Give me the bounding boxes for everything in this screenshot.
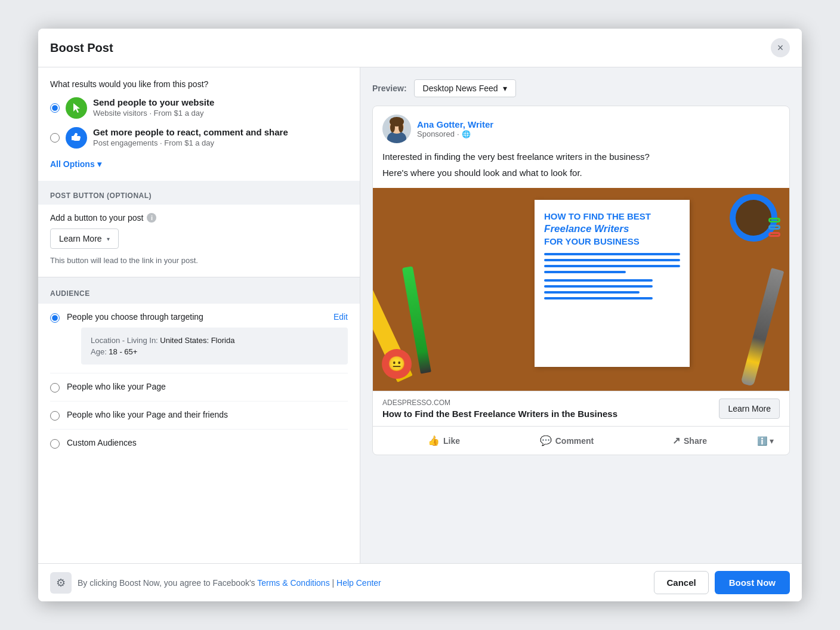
footer-text: By clicking Boost Now, you agree to Face… (78, 578, 381, 588)
post-header: Ana Gotter, Writer Sponsored · 🌐 (373, 106, 789, 148)
paper-line-7 (544, 291, 640, 294)
post-image-content: HOW TO FIND THE BEST Freelance Writers F… (373, 188, 789, 391)
help-center-link[interactable]: Help Center (336, 578, 381, 588)
targeting-header: People you choose through targeting Edit (67, 312, 348, 322)
post-link-bar: ADESPRESSO.COM How to Find the Best Free… (373, 391, 789, 426)
audience-option-targeting[interactable]: People you choose through targeting Edit… (50, 304, 348, 373)
link-info: ADESPRESSO.COM How to Find the Best Free… (382, 399, 617, 419)
clip-1 (768, 218, 780, 223)
option-engage-text: Get more people to react, comment and sh… (93, 127, 288, 147)
option-engage-title: Get more people to react, comment and sh… (93, 127, 288, 137)
footer-text-before: By clicking Boost Now, you agree to Face… (78, 578, 255, 588)
cancel-button[interactable]: Cancel (654, 571, 708, 594)
dropdown-arrow-icon: ▾ (107, 236, 110, 242)
sponsored-label: Sponsored (417, 129, 455, 138)
paper-line-1 (544, 253, 680, 255)
option-engage-icon (66, 127, 87, 149)
modal-body: What results would you like from this po… (38, 67, 802, 563)
paper-lines (535, 253, 690, 299)
share-action-button[interactable]: ↗ Share (628, 429, 751, 452)
audience-option-page-fans[interactable]: People who like your Page (50, 373, 348, 402)
audience-page-fans-radio[interactable] (50, 383, 60, 393)
close-button[interactable]: × (771, 38, 790, 57)
audience-section-label: AUDIENCE (50, 283, 348, 298)
option-engage-subtitle: Post engagements · From $1 a day (93, 138, 288, 147)
like-action-button[interactable]: 👍 Like (382, 429, 505, 452)
audience-header-bg: AUDIENCE (38, 277, 360, 304)
audience-page-friends-radio[interactable] (50, 411, 60, 421)
post-button-section-label: POST BUTTON (Optional) (50, 186, 348, 200)
cursor-icon (70, 102, 82, 114)
all-options-label: All Options (50, 159, 95, 169)
option-website-radio[interactable] (50, 103, 60, 113)
terms-label: Terms & Conditions (257, 578, 329, 588)
info-icon: i (147, 213, 156, 223)
learn-more-dropdown-btn[interactable]: Learn More ▾ (50, 228, 119, 249)
all-options-chevron: ▾ (97, 159, 101, 169)
add-button-label-text: Add a button to your post (50, 213, 143, 223)
avatar (382, 115, 411, 143)
clip-2 (768, 225, 780, 230)
preview-placement-label: Desktop News Feed (423, 84, 498, 93)
modal-title: Boost Post (50, 41, 113, 55)
preview-header: Preview: Desktop News Feed ▾ (372, 79, 790, 97)
paper-title-line3: FOR YOUR BUSINESS (544, 236, 680, 248)
avatar-image (382, 115, 411, 143)
like-label: Like (443, 436, 460, 446)
gear-settings-button[interactable]: ⚙ (50, 572, 72, 594)
audience-page-friends-label: People who like your Page and their frie… (67, 410, 228, 419)
comment-label: Comment (555, 436, 594, 446)
edit-targeting-link[interactable]: Edit (333, 312, 348, 322)
right-panel: Preview: Desktop News Feed ▾ (360, 67, 802, 563)
preview-placement-dropdown[interactable]: Desktop News Feed ▾ (414, 79, 516, 97)
option-website-text: Send people to your website Website visi… (93, 97, 214, 118)
learn-more-preview-button[interactable]: Learn More (719, 399, 780, 419)
help-label: Help Center (336, 578, 381, 588)
paper-title-line2: Freelance Writers (544, 223, 680, 236)
svg-point-4 (390, 123, 395, 132)
paper-line-3 (544, 265, 680, 267)
link-title: How to Find the Best Freelance Writers i… (382, 409, 617, 419)
audience-custom-label: Custom Audiences (67, 438, 137, 447)
paper-sheet: HOW TO FIND THE BEST Freelance Writers F… (535, 200, 690, 367)
audience-option-page-friends[interactable]: People who like your Page and their frie… (50, 402, 348, 430)
paper-line-5 (544, 279, 653, 282)
poster-name: Ana Gotter, Writer (417, 119, 493, 129)
gear-icon: ⚙ (56, 576, 66, 589)
preview-card: Ana Gotter, Writer Sponsored · 🌐 Interes… (372, 106, 790, 455)
comment-icon: 💬 (540, 435, 552, 446)
coffee-inner (736, 200, 771, 236)
learn-more-btn-label: Learn More (59, 234, 102, 243)
all-options-link[interactable]: All Options ▾ (50, 159, 101, 169)
dot-separator: · (457, 129, 459, 138)
boost-now-button[interactable]: Boost Now (715, 571, 790, 594)
option-engage[interactable]: Get more people to react, comment and sh… (50, 127, 348, 149)
like-icon: 👍 (428, 435, 440, 446)
paper-line-4 (544, 271, 626, 273)
footer-right: Cancel Boost Now (654, 571, 790, 594)
terms-link[interactable]: Terms & Conditions (257, 578, 329, 588)
post-button-header-bg: POST BUTTON (Optional) (38, 181, 360, 205)
post-actions: 👍 Like 💬 Comment ↗ Share ℹ️ ▾ (373, 426, 789, 455)
audience-custom-radio[interactable] (50, 439, 60, 449)
paper-title: HOW TO FIND THE BEST Freelance Writers F… (535, 200, 690, 253)
targeting-details-box: Location - Living In: United States: Flo… (81, 328, 348, 365)
thumbs-up-icon (70, 132, 82, 144)
paper-line-8 (544, 297, 653, 299)
post-meta: Sponsored · 🌐 (417, 129, 493, 138)
post-text-line1: Interested in finding the very best free… (382, 150, 780, 164)
modal-footer: ⚙ By clicking Boost Now, you agree to Fa… (38, 563, 802, 601)
age-value: 18 - 65+ (109, 347, 137, 356)
comment-action-button[interactable]: 💬 Comment (505, 429, 628, 452)
audience-option-custom[interactable]: Custom Audiences (50, 430, 348, 457)
post-header-info: Ana Gotter, Writer Sponsored · 🌐 (417, 119, 493, 138)
boost-post-modal: Boost Post × What results would you like… (38, 29, 802, 601)
privacy-arrow: ▾ (770, 436, 774, 446)
paperclips (768, 218, 780, 237)
privacy-settings-button[interactable]: ℹ️ ▾ (751, 431, 780, 450)
option-engage-radio[interactable] (50, 133, 60, 143)
option-website[interactable]: Send people to your website Website visi… (50, 97, 348, 119)
privacy-icon: ℹ️ (757, 436, 767, 446)
audience-targeting-radio[interactable] (50, 313, 60, 323)
post-button-content: Add a button to your post i Learn More ▾… (38, 205, 360, 277)
